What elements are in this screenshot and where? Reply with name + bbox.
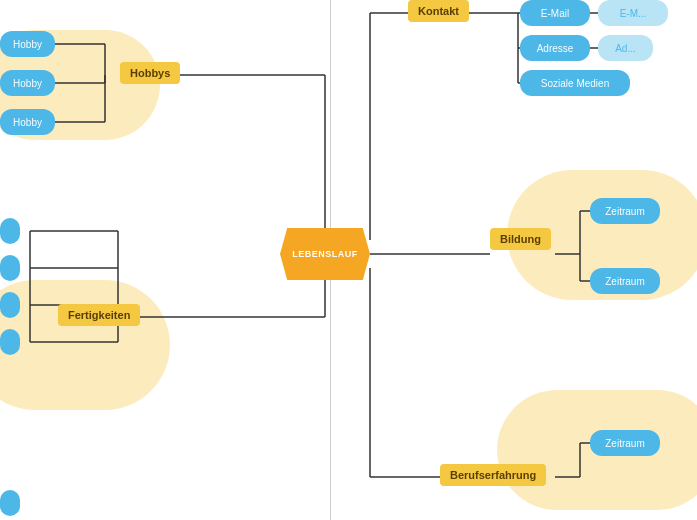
fertigkeiten-label: Fertigkeiten (68, 309, 130, 321)
fertigkeiten-item-2[interactable] (0, 255, 20, 281)
zeitraum-1-label: Zeitraum (605, 206, 644, 217)
kontakt-category[interactable]: Kontakt (408, 0, 469, 22)
email-value-node[interactable]: E-M... (598, 0, 668, 26)
bildung-zeitraum-2[interactable]: Zeitraum (590, 268, 660, 294)
email-label: E-Mail (541, 8, 569, 19)
fertigkeiten-item-5[interactable] (0, 490, 20, 516)
mind-map-canvas: LEBENSLAUF Hobby Hobby Hobby Hobbys Fert… (0, 0, 697, 520)
fertigkeiten-blob (0, 280, 170, 410)
center-node-label: LEBENSLAUF (292, 249, 358, 259)
soziale-label: Soziale Medien (541, 78, 609, 89)
hobby-2-label: Hobby (13, 78, 42, 89)
center-node: LEBENSLAUF (280, 228, 370, 280)
bildung-label: Bildung (500, 233, 541, 245)
hobbys-category[interactable]: Hobbys (120, 62, 180, 84)
hobby-node-3[interactable]: Hobby (0, 109, 55, 135)
adresse-node[interactable]: Adresse (520, 35, 590, 61)
adresse-value: Ad... (615, 43, 636, 54)
zeitraum-2-label: Zeitraum (605, 276, 644, 287)
adresse-label: Adresse (537, 43, 574, 54)
email-node[interactable]: E-Mail (520, 0, 590, 26)
hobby-3-label: Hobby (13, 117, 42, 128)
hobby-1-label: Hobby (13, 39, 42, 50)
fertigkeiten-item-1[interactable] (0, 218, 20, 244)
fertigkeiten-item-4[interactable] (0, 329, 20, 355)
bildung-zeitraum-1[interactable]: Zeitraum (590, 198, 660, 224)
bildung-category[interactable]: Bildung (490, 228, 551, 250)
fertigkeiten-item-3[interactable] (0, 292, 20, 318)
beruf-zeitraum-1[interactable]: Zeitraum (590, 430, 660, 456)
hobby-node-1[interactable]: Hobby (0, 31, 55, 57)
adresse-value-node[interactable]: Ad... (598, 35, 653, 61)
zeitraum-3-label: Zeitraum (605, 438, 644, 449)
hobbys-label: Hobbys (130, 67, 170, 79)
beruf-label: Berufserfahrung (450, 469, 536, 481)
soziale-medien-node[interactable]: Soziale Medien (520, 70, 630, 96)
hobby-node-2[interactable]: Hobby (0, 70, 55, 96)
fertigkeiten-category[interactable]: Fertigkeiten (58, 304, 140, 326)
kontakt-label: Kontakt (418, 5, 459, 17)
email-value: E-M... (620, 8, 647, 19)
berufserfahrung-category[interactable]: Berufserfahrung (440, 464, 546, 486)
